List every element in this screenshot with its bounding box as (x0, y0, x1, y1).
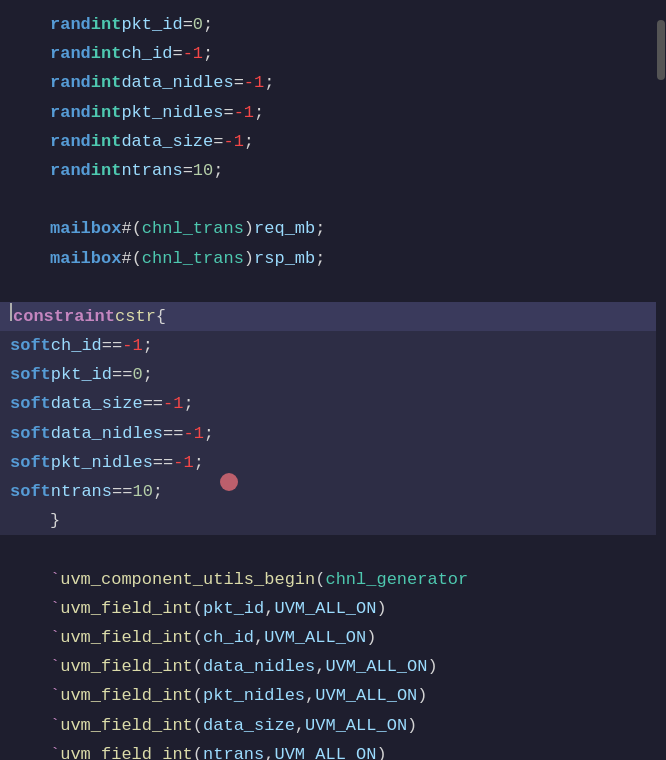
token-plain: , (315, 653, 325, 680)
code-line: rand int ntrans = 10; (0, 156, 666, 185)
code-line: `uvm_component_utils_begin(chnl_generato… (0, 565, 666, 594)
token-plain: ( (193, 682, 203, 709)
token-paren-type: chnl_trans (142, 245, 244, 272)
code-line: `uvm_field_int(ntrans, UVM_ALL_ON) (0, 740, 666, 760)
scrollbar-thumb[interactable] (657, 20, 665, 80)
code-line: constraint cstr{ (0, 302, 666, 331)
token-backtick: ` (50, 624, 60, 651)
token-var-name: pkt_nidles (51, 449, 153, 476)
token-plain: ( (132, 215, 142, 242)
token-plain: { (156, 303, 166, 330)
token-func-name: uvm_field_int (60, 624, 193, 651)
code-line: soft pkt_id == 0; (0, 360, 666, 389)
token-kw-int: int (91, 69, 122, 96)
token-var-name: pkt_id (203, 595, 264, 622)
token-num-neg: -1 (183, 40, 203, 67)
token-num-neg: -1 (173, 449, 193, 476)
token-plain: ; (194, 449, 204, 476)
token-plain: ; (153, 478, 163, 505)
token-kw-int: int (91, 11, 122, 38)
token-kw-int: int (91, 128, 122, 155)
token-plain: ; (183, 390, 193, 417)
token-var-name: data_size (203, 712, 295, 739)
token-plain: ( (132, 245, 142, 272)
code-line: rand int ch_id = -1; (0, 39, 666, 68)
code-line: `uvm_field_int(pkt_id, UVM_ALL_ON) (0, 594, 666, 623)
dot-indicator (220, 473, 238, 491)
token-plain: ( (193, 595, 203, 622)
code-line: `uvm_field_int(pkt_nidles, UVM_ALL_ON) (0, 681, 666, 710)
token-const-name: UVM_ALL_ON (264, 624, 366, 651)
token-const-name: UVM_ALL_ON (274, 741, 376, 760)
code-line: rand int pkt_nidles = -1; (0, 98, 666, 127)
code-line: `uvm_field_int(data_size, UVM_ALL_ON) (0, 711, 666, 740)
token-var-name: ch_id (51, 332, 102, 359)
token-plain: , (295, 712, 305, 739)
token-var-name: ntrans (51, 478, 112, 505)
token-backtick: ` (50, 595, 60, 622)
token-plain: = (172, 40, 182, 67)
token-func-name: cstr (115, 303, 156, 330)
token-num-neg: -1 (223, 128, 243, 155)
token-hash: # (121, 215, 131, 242)
token-var-name: ch_id (121, 40, 172, 67)
token-func-name: uvm_field_int (60, 653, 193, 680)
token-var-name: ntrans (203, 741, 264, 760)
token-kw-soft: soft (10, 361, 51, 388)
token-plain: ) (417, 682, 427, 709)
token-kw-soft: soft (10, 449, 51, 476)
token-var-name: pkt_nidles (121, 99, 223, 126)
token-num-neg: -1 (234, 99, 254, 126)
token-paren-type: chnl_trans (142, 215, 244, 242)
code-line: mailbox #(chnl_trans) rsp_mb; (0, 244, 666, 273)
token-plain: } (50, 507, 60, 534)
token-plain: ; (315, 245, 325, 272)
token-kw-int: int (91, 157, 122, 184)
token-var-name: data_nidles (121, 69, 233, 96)
token-plain: , (254, 624, 264, 651)
scrollbar[interactable] (656, 0, 666, 760)
token-kw-soft: soft (10, 478, 51, 505)
token-func-name: uvm_component_utils_begin (60, 566, 315, 593)
token-plain: ) (427, 653, 437, 680)
token-num-neg: -1 (163, 390, 183, 417)
code-line: soft pkt_nidles == -1; (0, 448, 666, 477)
token-backtick: ` (50, 682, 60, 709)
cursor (10, 303, 12, 321)
token-plain: , (264, 741, 274, 760)
token-plain: == (153, 449, 173, 476)
token-func-name: uvm_field_int (60, 682, 193, 709)
token-kw-int: int (91, 99, 122, 126)
token-plain: ; (203, 40, 213, 67)
code-line: soft data_nidles == -1; (0, 419, 666, 448)
token-plain: ) (376, 595, 386, 622)
token-plain: = (223, 99, 233, 126)
token-const-name: UVM_ALL_ON (274, 595, 376, 622)
token-plain: == (163, 420, 183, 447)
token-kw-rand: rand (50, 157, 91, 184)
token-num: 10 (193, 157, 213, 184)
token-var-name: req_mb (254, 215, 315, 242)
code-line: `uvm_field_int(ch_id, UVM_ALL_ON) (0, 623, 666, 652)
token-backtick: ` (50, 566, 60, 593)
token-plain: == (112, 478, 132, 505)
code-line: } (0, 506, 666, 535)
token-paren-type: chnl_generator (325, 566, 468, 593)
code-editor: rand int pkt_id = 0;rand int ch_id = -1;… (0, 0, 666, 760)
code-line: rand int data_nidles = -1; (0, 68, 666, 97)
code-line: rand int pkt_id = 0; (0, 10, 666, 39)
token-plain: = (183, 157, 193, 184)
token-var-name: data_nidles (51, 420, 163, 447)
token-plain: ( (193, 653, 203, 680)
token-kw-constraint: constraint (13, 303, 115, 330)
token-plain: ; (143, 332, 153, 359)
token-plain: ( (193, 624, 203, 651)
token-plain: == (112, 361, 132, 388)
token-kw-rand: rand (50, 99, 91, 126)
token-kw-mailbox: mailbox (50, 245, 121, 272)
token-plain: ; (315, 215, 325, 242)
token-kw-mailbox: mailbox (50, 215, 121, 242)
token-var-name: data_size (51, 390, 143, 417)
token-plain: ; (244, 128, 254, 155)
token-const-name: UVM_ALL_ON (305, 712, 407, 739)
